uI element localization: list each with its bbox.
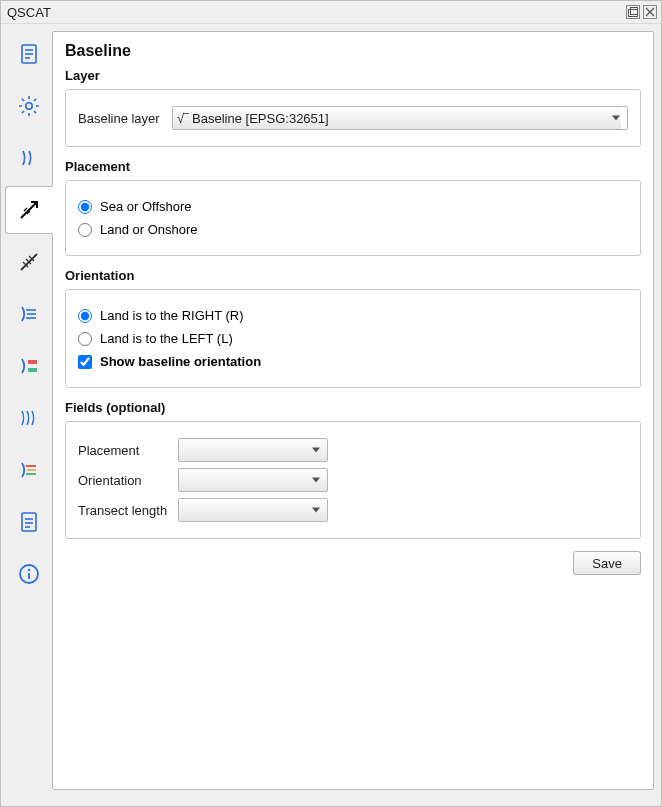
report-icon	[17, 510, 41, 534]
show-orientation-label: Show baseline orientation	[100, 354, 261, 369]
tab-settings[interactable]	[5, 82, 53, 130]
svg-point-20	[28, 569, 30, 571]
fields-orientation-combo[interactable]	[178, 468, 328, 492]
orientation-left-label: Land is to the LEFT (L)	[100, 331, 233, 346]
baseline-layer-label: Baseline layer	[78, 111, 172, 126]
area-change-icon	[17, 354, 41, 378]
fields-placement-combo[interactable]	[178, 438, 328, 462]
tab-area-change[interactable]	[5, 342, 53, 390]
tab-transects[interactable]	[5, 238, 53, 286]
orientation-left-radio[interactable]	[78, 332, 92, 346]
layer-group: Baseline layer √‾ Baseline [EPSG:32651]	[65, 89, 641, 147]
window-title: QSCAT	[5, 5, 623, 20]
orientation-right-radio[interactable]	[78, 309, 92, 323]
svg-rect-1	[631, 8, 638, 15]
svg-rect-15	[22, 513, 36, 531]
placement-group: Sea or Offshore Land or Onshore	[65, 180, 641, 256]
fields-group: Placement Orientation Transect length	[65, 421, 641, 539]
svg-point-6	[26, 103, 32, 109]
tab-shoreline[interactable]	[5, 134, 53, 182]
dock-icon[interactable]	[626, 5, 640, 19]
content-area: Baseline Layer Baseline layer √‾ Baselin…	[52, 31, 654, 790]
svg-rect-11	[28, 368, 37, 372]
forecasting-icon	[17, 406, 41, 430]
tab-shoreline-change[interactable]	[5, 290, 53, 338]
orientation-group: Land is to the RIGHT (R) Land is to the …	[65, 289, 641, 388]
svg-rect-10	[28, 360, 37, 364]
waves-icon	[17, 146, 41, 170]
section-layer-title: Layer	[65, 68, 641, 83]
tab-visualization[interactable]	[5, 446, 53, 494]
tab-forecasting[interactable]	[5, 394, 53, 442]
tab-baseline[interactable]	[5, 186, 53, 234]
tab-about[interactable]	[5, 550, 53, 598]
fields-transect-label: Transect length	[78, 503, 178, 518]
fields-placement-label: Placement	[78, 443, 178, 458]
tab-summary[interactable]	[5, 498, 53, 546]
placement-land-label: Land or Onshore	[100, 222, 198, 237]
orientation-right-label: Land is to the RIGHT (R)	[100, 308, 244, 323]
arrow-up-right-icon	[17, 198, 41, 222]
tab-project[interactable]	[5, 30, 53, 78]
document-icon	[17, 42, 41, 66]
show-orientation-checkbox[interactable]	[78, 355, 92, 369]
placement-sea-radio[interactable]	[78, 200, 92, 214]
close-icon[interactable]	[643, 5, 657, 19]
save-button[interactable]: Save	[573, 551, 641, 575]
shoreline-change-icon	[17, 302, 41, 326]
qscat-panel: QSCAT	[0, 0, 662, 807]
fields-orientation-label: Orientation	[78, 473, 178, 488]
placement-land-radio[interactable]	[78, 223, 92, 237]
page-title: Baseline	[65, 42, 641, 60]
transects-icon	[17, 250, 41, 274]
gear-icon	[17, 94, 41, 118]
section-placement-title: Placement	[65, 159, 641, 174]
info-icon	[17, 562, 41, 586]
titlebar: QSCAT	[1, 1, 661, 24]
baseline-layer-combo[interactable]: √‾ Baseline [EPSG:32651]	[172, 106, 628, 130]
visualization-icon	[17, 458, 41, 482]
sidebar-tabs	[1, 24, 53, 806]
section-orientation-title: Orientation	[65, 268, 641, 283]
fields-transect-combo[interactable]	[178, 498, 328, 522]
section-fields-title: Fields (optional)	[65, 400, 641, 415]
placement-sea-label: Sea or Offshore	[100, 199, 192, 214]
svg-rect-0	[629, 10, 638, 17]
